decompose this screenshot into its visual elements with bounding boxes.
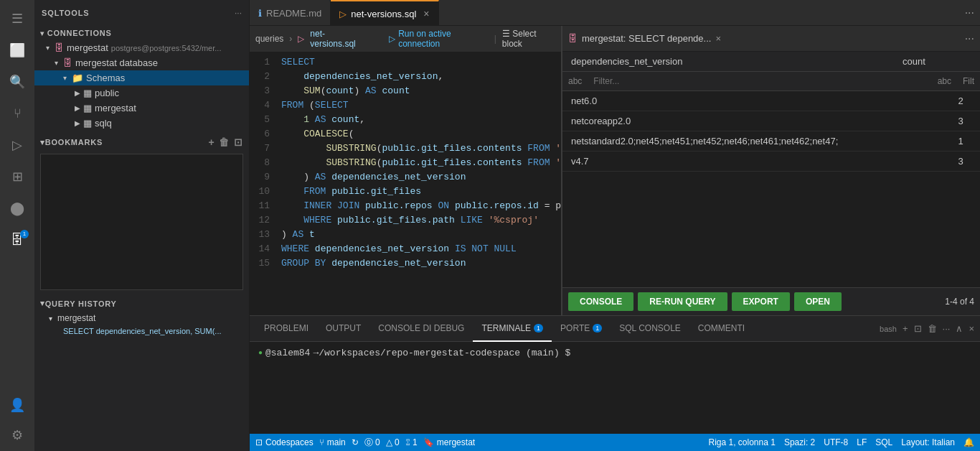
select-block-button[interactable]: ☰ Select block xyxy=(502,29,555,49)
cell-dep: net6.0 xyxy=(562,91,949,111)
row-col-item[interactable]: Riga 1, colonna 1 xyxy=(708,437,775,447)
layout-item[interactable]: Layout: Italian xyxy=(901,437,955,447)
editor-more-icon[interactable]: ··· xyxy=(959,0,980,25)
delete-bookmark-icon[interactable]: 🗑 xyxy=(219,136,230,148)
connection-item-mergestat[interactable]: ▾ 🗄 mergestat postgres@postgres:5432/mer… xyxy=(34,40,249,55)
encoding-item[interactable]: UTF-8 xyxy=(824,437,848,447)
history-sub-query[interactable]: SELECT dependencies_net_version, SUM(... xyxy=(34,325,249,337)
results-table: dependencies_net_version count abc abc xyxy=(562,52,980,287)
tab-terminal[interactable]: TERMINALE 1 xyxy=(473,316,552,342)
tab-output[interactable]: OUTPUT xyxy=(317,316,369,342)
breadcrumb-file[interactable]: net-versions.sql xyxy=(310,29,367,49)
rerun-button[interactable]: RE-RUN QUERY xyxy=(638,292,727,311)
ellipsis-icon[interactable]: ··· xyxy=(235,8,242,18)
schema-mergestat-item[interactable]: ▶ ▦ mergestat xyxy=(34,101,249,116)
source-control-icon[interactable]: ⑂ xyxy=(3,99,32,128)
connections-header[interactable]: ▾ CONNECTIONS xyxy=(34,26,249,40)
notifications-icon[interactable]: 🔔 xyxy=(963,437,974,447)
language-item[interactable]: SQL xyxy=(875,437,892,447)
history-item-mergestat[interactable]: ▾ mergestat xyxy=(34,311,249,325)
terminal-more-icon[interactable]: ··· xyxy=(943,323,951,334)
spaces-item[interactable]: Spazi: 2 xyxy=(784,437,815,447)
bookmark-options-icon[interactable]: ⊡ xyxy=(234,136,243,148)
tab-terminal-label: TERMINALE xyxy=(481,323,531,333)
editor-area: ℹ README.md ▷ net-versions.sql × ··· que… xyxy=(250,0,980,451)
close-terminal-icon[interactable]: × xyxy=(969,323,974,334)
filter-input-dep[interactable] xyxy=(588,72,931,90)
history-chevron: ▾ xyxy=(40,299,45,308)
cell-count: 1 xyxy=(949,131,980,152)
warnings-label: △ 0 xyxy=(386,437,400,447)
connections-section: ▾ CONNECTIONS ▾ 🗄 mergestat postgres@pos… xyxy=(34,26,249,131)
bookmark-label: mergestat xyxy=(437,437,475,447)
branch-item[interactable]: ⑂ main xyxy=(319,437,346,447)
status-bar: ⊡ Codespaces ⑂ main ↻ ⓪ 0 △ 0 ⑄ 1 xyxy=(250,434,980,451)
tab-ports[interactable]: PORTE 1 xyxy=(552,316,611,342)
tab-debug-console[interactable]: CONSOLE DI DEBUG xyxy=(369,316,473,342)
line-ending-item[interactable]: LF xyxy=(857,437,867,447)
query-history-section: ▾ QUERY HISTORY ▾ mergestat SELECT depen… xyxy=(34,296,249,337)
search-icon[interactable]: 🔍 xyxy=(3,68,32,96)
tab-sql-console[interactable]: SQL CONSOLE xyxy=(611,316,689,342)
port-item[interactable]: ⑄ 1 xyxy=(405,437,418,447)
breadcrumb-queries[interactable]: queries xyxy=(255,34,283,44)
prompt-user: @salem84 xyxy=(265,348,310,358)
status-left: ⊡ Codespaces ⑂ main ↻ ⓪ 0 △ 0 ⑄ 1 xyxy=(255,437,475,449)
accounts-icon[interactable]: 👤 xyxy=(3,391,32,419)
result-tab-close-icon[interactable]: × xyxy=(715,33,721,44)
query-history-label: QUERY HISTORY xyxy=(45,299,117,308)
add-terminal-icon[interactable]: + xyxy=(903,323,908,334)
result-more-icon[interactable]: ··· xyxy=(965,32,974,45)
extensions-icon[interactable]: ⊞ xyxy=(3,162,32,191)
explorer-icon[interactable]: ⬜ xyxy=(3,36,32,65)
results-count: 1-4 of 4 xyxy=(945,297,974,307)
sync-item[interactable]: ↻ xyxy=(352,437,359,447)
table-icon: ▦ xyxy=(83,88,92,98)
sidebar: SQLTOOLS ··· ▾ CONNECTIONS ▾ 🗄 mergestat… xyxy=(34,0,250,451)
run-label: Run on active connection xyxy=(398,29,489,49)
schema-sqlq-item[interactable]: ▶ ▦ sqlq xyxy=(34,116,249,131)
database-item[interactable]: ▾ 🗄 mergestat database xyxy=(34,55,249,70)
add-bookmark-icon[interactable]: + xyxy=(208,136,215,148)
console-button[interactable]: CONSOLE xyxy=(568,292,633,311)
tab-ports-label: PORTE xyxy=(560,323,590,333)
database-icon[interactable]: 🗄 xyxy=(3,226,32,254)
bookmarks-header-icons: + 🗑 ⊡ xyxy=(208,136,243,148)
schemas-item[interactable]: ▾ 📁 Schemas xyxy=(34,70,249,85)
tab-close-icon[interactable]: × xyxy=(423,8,429,19)
warnings-item[interactable]: △ 0 xyxy=(386,437,400,447)
filter-icon-count: abc xyxy=(932,76,957,86)
schemas-chevron: ▾ xyxy=(63,74,72,82)
code-content: 123456789101112131415 SELECT dependencie… xyxy=(250,52,561,315)
menu-icon[interactable]: ☰ xyxy=(3,4,32,33)
run-button[interactable]: ▷ Run on active connection xyxy=(389,29,489,49)
maximize-terminal-icon[interactable]: ∧ xyxy=(956,323,963,334)
terminal-tabs: PROBLEMI OUTPUT CONSOLE DI DEBUG TERMINA… xyxy=(250,316,980,342)
open-button[interactable]: OPEN xyxy=(794,292,842,311)
run-debug-icon[interactable]: ▷ xyxy=(3,131,32,159)
codespaces-item[interactable]: ⊡ Codespaces xyxy=(255,437,314,447)
bookmarks-header[interactable]: ▾ BOOKMARKS + 🗑 ⊡ xyxy=(34,134,249,151)
editors-row: queries › ▷ net-versions.sql ▷ Run on ac… xyxy=(250,26,980,315)
tab-comments[interactable]: COMMENTI xyxy=(689,316,753,342)
readme-icon: ℹ xyxy=(258,8,262,19)
cell-dep: v4.7 xyxy=(562,152,949,172)
run-icon: ▷ xyxy=(389,34,395,44)
schema-public-item[interactable]: ▶ ▦ public xyxy=(34,85,249,101)
code-lines[interactable]: SELECT dependencies_net_version, SUM(cou… xyxy=(275,52,561,315)
shell-label: bash xyxy=(880,325,897,333)
tab-readme[interactable]: ℹ README.md xyxy=(250,0,331,25)
result-tab-icon: 🗄 xyxy=(568,33,578,44)
split-terminal-icon[interactable]: ⊡ xyxy=(914,323,922,334)
settings-icon[interactable]: ⚙ xyxy=(3,421,32,450)
query-history-header[interactable]: ▾ QUERY HISTORY xyxy=(34,296,249,311)
kill-terminal-icon[interactable]: 🗑 xyxy=(928,323,937,334)
tab-problems[interactable]: PROBLEMI xyxy=(255,316,317,342)
bookmark-item[interactable]: 🔖 mergestat xyxy=(423,437,475,447)
terminal-content[interactable]: ● @salem84 →/workspaces/repo-mergestat-c… xyxy=(250,342,980,434)
tab-net-versions[interactable]: ▷ net-versions.sql × xyxy=(331,0,438,25)
cell-count: 2 xyxy=(949,91,980,111)
export-button[interactable]: EXPORT xyxy=(732,292,790,311)
github-icon[interactable]: ⬤ xyxy=(3,194,32,223)
errors-item[interactable]: ⓪ 0 xyxy=(364,437,380,449)
